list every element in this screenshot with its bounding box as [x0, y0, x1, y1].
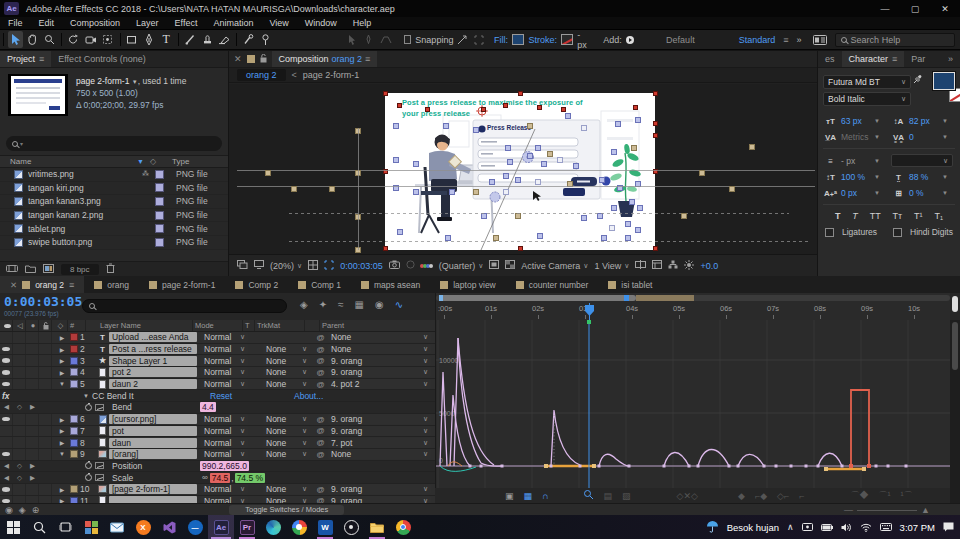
eye-toggle[interactable] [0, 496, 13, 503]
eye-toggle[interactable] [0, 344, 13, 355]
tab-effect-controls[interactable]: Effect Controls (none) [51, 51, 152, 67]
audio-toggle[interactable] [13, 355, 26, 366]
tracking-control[interactable]: V̳A̳0▼ [891, 130, 955, 144]
pen-tool[interactable] [141, 31, 156, 48]
taskbar-compass[interactable] [338, 515, 364, 539]
viewer-tab-orang2[interactable]: orang 2 [237, 69, 286, 81]
layer-label-color[interactable] [68, 415, 80, 423]
mode-select[interactable]: Normal∨ [201, 379, 248, 389]
taskbar-premiere[interactable]: Pr [234, 515, 260, 539]
shape-tool[interactable] [124, 31, 139, 48]
stroke-width-control[interactable]: ≡- px▼ [823, 154, 887, 168]
menu-help[interactable]: Help [345, 18, 380, 28]
file-name[interactable]: vritimes.png [28, 169, 142, 179]
parent-select[interactable]: 9. orang∨ [328, 426, 431, 436]
taskbar-circle-app[interactable]: — [182, 515, 208, 539]
eye-toggle[interactable] [0, 379, 13, 390]
eyedropper-icon[interactable] [913, 74, 922, 86]
eye-toggle[interactable] [0, 484, 13, 495]
solo-toggle[interactable] [26, 437, 39, 448]
motion-path-node[interactable] [635, 227, 641, 233]
header-parent[interactable]: Parent [320, 320, 435, 331]
canvas-headline[interactable]: Post a press release to maximise the exp… [402, 98, 642, 120]
selection-handle[interactable] [653, 91, 658, 96]
property-value[interactable]: 990.2,665.0 [200, 461, 249, 471]
graph-toggle-icon[interactable] [95, 404, 104, 411]
motion-path-node[interactable] [473, 127, 479, 133]
layer-label-color[interactable] [68, 380, 80, 388]
audio-toggle[interactable] [13, 344, 26, 355]
roto-brush-tool[interactable] [241, 31, 256, 48]
project-file-row[interactable]: tablet.pngPNG file [0, 222, 228, 236]
sort-icon[interactable]: ▼ [137, 158, 144, 165]
resolution-select[interactable]: (Quarter)∨ [439, 261, 484, 271]
effect-reset-link[interactable]: Reset [210, 391, 294, 401]
workspace-standard[interactable]: Standard [739, 35, 776, 45]
layer-anchor-node[interactable] [291, 186, 297, 192]
expand-arrow[interactable]: ▶ [56, 346, 68, 353]
close-button[interactable]: ✕ [930, 0, 960, 17]
audio-toggle[interactable] [13, 484, 26, 495]
expand-arrow[interactable]: ▶ [56, 369, 68, 376]
graph-editor-icon[interactable]: ∿ [395, 299, 403, 310]
tab-libraries-partial[interactable]: es [818, 51, 842, 67]
layer-label-color[interactable] [68, 485, 80, 493]
eye-toggle[interactable] [0, 355, 13, 366]
expand-arrow[interactable]: ▼ [56, 451, 68, 457]
pixel-aspect-icon[interactable] [635, 260, 646, 271]
layer-anchor-node[interactable] [329, 186, 335, 192]
motion-path-node[interactable] [505, 145, 511, 151]
motion-path-node[interactable] [393, 123, 399, 129]
audio-toggle[interactable] [13, 496, 26, 503]
solo-toggle[interactable] [26, 484, 39, 495]
motion-path-node[interactable] [527, 153, 533, 159]
motion-path-node[interactable] [443, 123, 449, 129]
always-preview-icon[interactable] [237, 260, 248, 271]
layer-label-color[interactable] [68, 450, 80, 458]
tab-project[interactable]: Project≡ [0, 51, 51, 67]
property-row[interactable]: ◀◇▶Position990.2,665.0 [0, 461, 435, 473]
eye-toggle[interactable] [0, 426, 13, 437]
layer-name[interactable]: Upload ...ease Anda [109, 332, 201, 342]
taskbar-after-effects[interactable]: Ae [208, 515, 234, 539]
char-panel-menu-icon[interactable]: ≡ [892, 54, 897, 64]
tsume-control[interactable]: ⊞0 %▼ [891, 186, 955, 200]
stroke-color-swatch[interactable] [949, 88, 960, 102]
motion-path-node[interactable] [565, 113, 571, 119]
trkmat-select[interactable]: None∨ [263, 449, 310, 459]
composition-mini-flowchart-icon[interactable]: ◈ [300, 299, 308, 310]
graph-auto-zoom-icon[interactable] [583, 489, 594, 502]
expand-arrow[interactable]: ▶ [56, 416, 68, 423]
layer-label-color[interactable] [68, 345, 80, 353]
menu-window[interactable]: Window [297, 18, 345, 28]
mode-select[interactable]: Normal∨ [201, 449, 248, 459]
expand-arrow[interactable]: ▶ [56, 486, 68, 493]
hide-shy-icon[interactable]: ≈ [338, 299, 344, 310]
font-family-select[interactable]: Futura Md BT∨ [823, 75, 911, 89]
layer-label-color[interactable] [68, 439, 80, 447]
parent-select[interactable]: None∨ [328, 344, 431, 354]
timeline-layer-row[interactable]: ▶4pot 2Normal∨None∨@9. orang∨ [0, 367, 435, 379]
layer-anchor-node[interactable] [699, 170, 705, 176]
font-style-select[interactable]: Bold Italic∨ [823, 92, 911, 106]
effect-name[interactable]: CC Bend It [92, 391, 210, 401]
motion-path-node[interactable] [413, 161, 419, 167]
lock-toggle[interactable] [39, 414, 52, 425]
superscript-button[interactable]: T¹ [914, 211, 923, 221]
selection-handle[interactable] [653, 121, 658, 126]
layer-anchor-node[interactable] [681, 213, 687, 219]
pan-behind-tool[interactable] [100, 31, 115, 48]
motion-path-node[interactable] [449, 189, 455, 195]
weather-text[interactable]: Besok hujan [727, 522, 779, 533]
project-file-row[interactable]: tangan kanan3.pngPNG file [0, 195, 228, 209]
parent-select[interactable]: 4. pot 2∨ [328, 379, 431, 389]
subscript-button[interactable]: T₁ [934, 211, 943, 221]
file-name[interactable]: tangan kanan 2.png [28, 210, 155, 220]
motion-path-node[interactable] [631, 145, 637, 151]
lock-toggle[interactable] [39, 437, 52, 448]
mode-select[interactable]: Normal∨ [201, 496, 248, 503]
tray-wifi-icon[interactable] [860, 523, 872, 532]
tray-volume-icon[interactable] [841, 523, 852, 532]
graph-snap-icon[interactable]: ∩ [542, 491, 549, 501]
timeline-layer-row[interactable]: ▶3★Shape Layer 1Normal∨None∨@9. orang∨ [0, 355, 435, 367]
